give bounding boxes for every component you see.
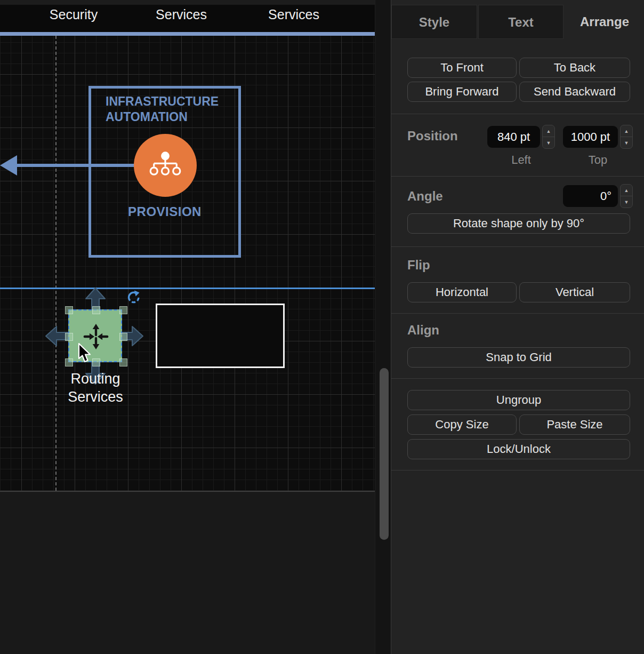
copy-size-button[interactable]: Copy Size <box>407 414 517 435</box>
angle-header: Angle <box>407 189 443 204</box>
flip-vertical-button[interactable]: Vertical <box>519 282 630 302</box>
selected-routing-services-shape[interactable] <box>68 309 122 362</box>
section-divider <box>391 176 644 177</box>
selected-shape-label: Routing Services <box>55 370 136 406</box>
ungroup-button[interactable]: Ungroup <box>407 390 630 410</box>
section-divider <box>391 470 644 470</box>
resize-handle-bottom-left[interactable] <box>65 358 73 366</box>
resize-handle-bottom-right[interactable] <box>119 358 127 366</box>
position-top-stepper: ▲ ▼ <box>620 125 633 149</box>
page-tab-services-1[interactable]: Services <box>136 7 227 22</box>
resize-handle-top-right[interactable] <box>119 306 127 314</box>
align-header: Align <box>407 323 439 338</box>
empty-rectangle-shape[interactable] <box>156 304 285 368</box>
angle-stepper: ▲ ▼ <box>620 184 633 208</box>
section-divider <box>391 114 644 114</box>
container-title: INFRASTRUCTURE AUTOMATION <box>91 89 238 125</box>
stepper-down-icon[interactable]: ▼ <box>621 137 632 148</box>
resize-handle-bottom[interactable] <box>92 358 100 366</box>
provision-shape[interactable] <box>134 134 197 197</box>
stepper-up-icon[interactable]: ▲ <box>621 185 632 196</box>
arrowhead-left-icon <box>0 155 17 176</box>
position-left-input[interactable] <box>487 126 540 148</box>
angle-input[interactable] <box>563 185 618 207</box>
drawing-page-grid: INFRASTRUCTURE AUTOMATION PROVISION <box>0 36 375 492</box>
tab-arrange[interactable]: Arrange <box>565 5 644 39</box>
top-hairline <box>0 0 375 5</box>
rotate-handle-icon[interactable] <box>126 290 141 305</box>
to-back-button[interactable]: To Back <box>519 58 630 78</box>
tab-text[interactable]: Text <box>478 5 564 39</box>
position-top-caption: Top <box>563 153 633 167</box>
format-panel: Style Text Arrange To Front To Back Brin… <box>391 0 644 654</box>
position-left-caption: Left <box>487 153 555 167</box>
mouse-cursor-icon <box>78 343 92 363</box>
resize-handle-left[interactable] <box>65 333 73 341</box>
section-divider <box>391 378 644 379</box>
stepper-down-icon[interactable]: ▼ <box>543 137 554 148</box>
lock-unlock-button[interactable]: Lock/Unlock <box>407 439 630 459</box>
resize-handle-right[interactable] <box>119 333 127 341</box>
resize-handle-top-left[interactable] <box>65 306 73 314</box>
rotate-90-button[interactable]: Rotate shape only by 90° <box>407 213 630 234</box>
paste-size-button[interactable]: Paste Size <box>519 414 630 435</box>
snap-to-grid-button[interactable]: Snap to Grid <box>407 347 630 368</box>
page-tab-bar: Security Services Services <box>0 5 375 32</box>
stepper-up-icon[interactable]: ▲ <box>621 125 632 137</box>
stepper-down-icon[interactable]: ▼ <box>621 196 632 208</box>
to-front-button[interactable]: To Front <box>407 58 517 78</box>
flip-header: Flip <box>407 258 430 273</box>
org-chart-icon <box>149 151 182 179</box>
section-divider <box>391 246 644 247</box>
diagram-canvas-area: Security Services Services INFRASTRUCTUR… <box>0 0 375 654</box>
vertical-guide-line <box>55 36 57 491</box>
stepper-up-icon[interactable]: ▲ <box>543 125 554 137</box>
page-tab-services-2[interactable]: Services <box>248 7 339 22</box>
lane-boundary-line[interactable] <box>0 288 375 289</box>
section-divider <box>391 313 644 314</box>
page-tab-security[interactable]: Security <box>28 7 119 22</box>
position-top-input[interactable] <box>563 126 618 148</box>
provision-shape-label: PROVISION <box>88 204 241 219</box>
tab-style[interactable]: Style <box>391 5 477 39</box>
flip-horizontal-button[interactable]: Horizontal <box>407 282 517 302</box>
vertical-scrollbar-track <box>375 0 391 654</box>
position-left-stepper: ▲ ▼ <box>542 125 555 149</box>
active-tab-indicator-bar <box>0 32 375 36</box>
bring-forward-button[interactable]: Bring Forward <box>407 82 517 102</box>
resize-handle-top[interactable] <box>92 306 100 314</box>
send-backward-button[interactable]: Send Backward <box>519 82 630 102</box>
position-header: Position <box>407 129 458 143</box>
vertical-scrollbar-thumb[interactable] <box>380 368 389 540</box>
